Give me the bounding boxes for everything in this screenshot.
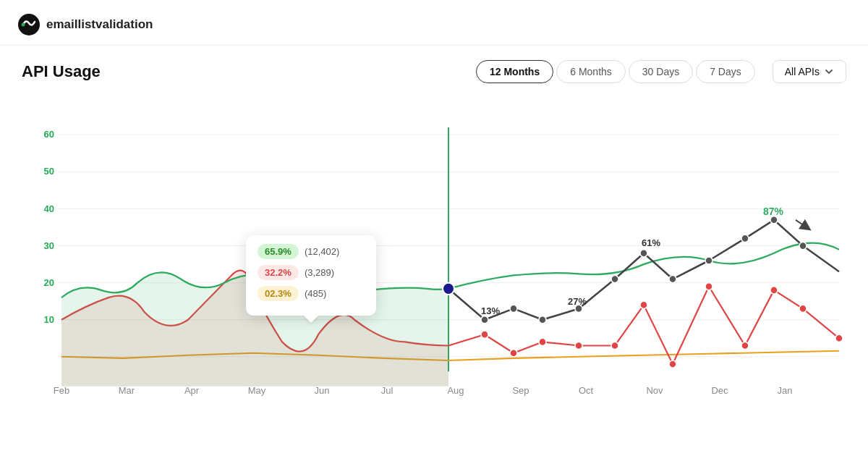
tooltip-row-green: 65.9% (12,402) <box>258 244 365 259</box>
svg-text:Sep: Sep <box>512 385 529 396</box>
svg-point-18 <box>539 316 546 324</box>
chart-area: 60 50 40 30 20 10 <box>22 90 846 431</box>
svg-text:Jul: Jul <box>381 385 393 396</box>
tooltip-row-red: 32.2% (3,289) <box>258 265 365 280</box>
svg-point-38 <box>835 334 843 342</box>
svg-text:Dec: Dec <box>711 385 728 396</box>
svg-point-39 <box>443 283 454 295</box>
svg-point-25 <box>770 216 778 224</box>
api-dropdown-label: All APIs <box>785 66 820 77</box>
svg-text:Jun: Jun <box>315 385 330 396</box>
svg-text:27%: 27% <box>568 296 587 307</box>
toolbar: API Usage 12 Months 6 Months 30 Days 7 D… <box>22 60 846 83</box>
svg-text:40: 40 <box>44 203 54 214</box>
tooltip-badge-red: 32.2% <box>258 265 299 280</box>
svg-text:Apr: Apr <box>184 385 200 396</box>
filter-7days[interactable]: 7 Days <box>696 60 755 83</box>
tooltip-badge-yellow: 02.3% <box>258 286 299 301</box>
svg-text:10: 10 <box>44 314 54 325</box>
tooltip: 65.9% (12,402) 32.2% (3,289) 02.3% (485) <box>246 235 376 316</box>
logo-text: emaillistvalidation <box>46 17 153 32</box>
svg-point-30 <box>575 342 582 349</box>
svg-point-33 <box>669 360 676 368</box>
svg-text:Aug: Aug <box>447 385 464 396</box>
svg-text:61%: 61% <box>642 237 660 248</box>
svg-text:87%: 87% <box>763 206 783 217</box>
svg-point-35 <box>741 342 749 349</box>
tooltip-count-red: (3,289) <box>305 267 334 278</box>
svg-point-28 <box>510 350 517 357</box>
svg-point-21 <box>640 250 647 257</box>
tooltip-badge-green: 65.9% <box>258 244 299 259</box>
page-title: API Usage <box>22 62 476 81</box>
svg-point-22 <box>669 275 676 282</box>
svg-point-31 <box>611 342 618 349</box>
svg-text:50: 50 <box>44 166 54 177</box>
svg-text:Nov: Nov <box>646 385 663 396</box>
svg-point-36 <box>770 287 778 294</box>
time-filters: 12 Months 6 Months 30 Days 7 Days <box>476 60 755 83</box>
chevron-down-icon <box>824 67 834 77</box>
tooltip-count-yellow: (485) <box>305 288 326 299</box>
tooltip-row-yellow: 02.3% (485) <box>258 286 365 301</box>
svg-text:Mar: Mar <box>119 385 135 396</box>
filter-12months[interactable]: 12 Months <box>476 60 553 83</box>
page-content: API Usage 12 Months 6 Months 30 Days 7 D… <box>0 46 868 438</box>
svg-point-34 <box>705 283 712 290</box>
filter-30days[interactable]: 30 Days <box>629 60 693 83</box>
tooltip-arrow <box>304 316 318 323</box>
svg-line-44 <box>796 220 807 227</box>
svg-point-27 <box>481 331 488 338</box>
svg-text:60: 60 <box>44 129 54 140</box>
svg-point-20 <box>611 275 618 282</box>
svg-point-16 <box>481 316 488 324</box>
api-dropdown[interactable]: All APIs <box>773 60 846 83</box>
app-header: emaillistvalidation <box>0 0 868 46</box>
svg-text:30: 30 <box>44 240 54 251</box>
svg-point-29 <box>539 338 546 345</box>
svg-text:May: May <box>248 385 266 396</box>
svg-point-17 <box>510 305 517 312</box>
svg-point-37 <box>799 305 807 312</box>
svg-text:20: 20 <box>44 277 54 288</box>
svg-text:Jan: Jan <box>778 385 793 396</box>
svg-point-1 <box>22 23 25 27</box>
svg-point-23 <box>705 257 712 264</box>
svg-text:Feb: Feb <box>54 385 69 396</box>
filter-6months[interactable]: 6 Months <box>556 60 626 83</box>
svg-point-32 <box>640 301 647 308</box>
chart-svg: 60 50 40 30 20 10 <box>22 90 846 431</box>
svg-text:Oct: Oct <box>579 385 594 396</box>
svg-point-24 <box>741 235 749 242</box>
svg-text:13%: 13% <box>481 305 500 316</box>
svg-point-26 <box>799 242 807 249</box>
logo-icon <box>17 13 41 36</box>
tooltip-count-green: (12,402) <box>305 246 339 257</box>
logo: emaillistvalidation <box>17 13 153 36</box>
